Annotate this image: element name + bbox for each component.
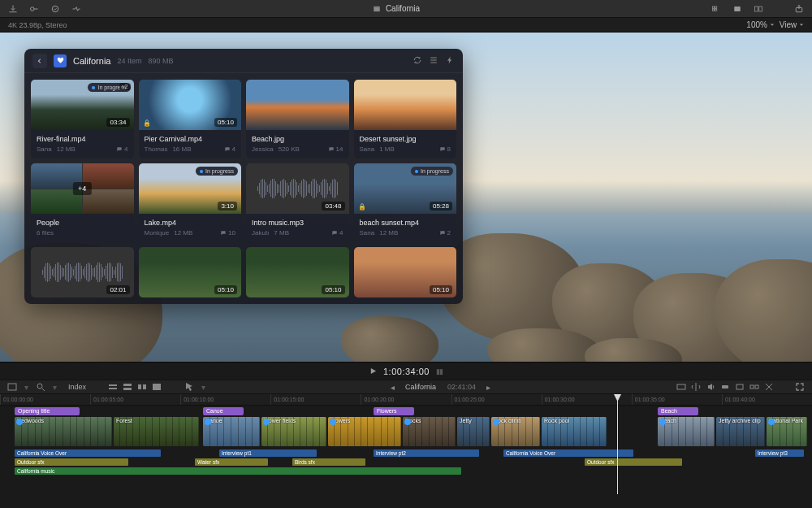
comments-count: 8 [439, 145, 451, 153]
timeline-clip[interactable]: Rock climb [491, 417, 540, 446]
duration-label: 02:01 [106, 285, 129, 294]
timeline-clip[interactable]: Redwoods [15, 417, 112, 446]
svg-rect-17 [123, 388, 132, 390]
timeline-clip[interactable]: Jetty [457, 417, 490, 446]
timeline-clip[interactable]: Flower fields [261, 417, 326, 446]
view-menu[interactable]: View [780, 20, 804, 29]
fullscreen-icon[interactable] [794, 382, 806, 392]
timeline-clip[interactable]: Jetty archive clip [716, 417, 765, 446]
zoom-level[interactable]: 100% [746, 20, 774, 29]
library-card[interactable]: +4People6 files [31, 163, 134, 242]
keyword-icon[interactable] [28, 3, 41, 15]
library-card[interactable]: In progress3:10Lake.mp4Monique12 MB10 [139, 163, 242, 242]
audio-clip[interactable]: Birds sfx [292, 458, 365, 466]
timeline-clip[interactable]: Rock pool [542, 417, 607, 446]
sync-dot-icon [263, 419, 270, 425]
clip-name: Desert sunset.jpg [360, 135, 451, 143]
play-icon[interactable] [369, 367, 377, 375]
duration-label: 03:48 [322, 202, 344, 211]
select-tool-icon[interactable] [184, 382, 195, 392]
library-card[interactable]: 05:10🔒Pier Carnival.mp4Thomas16 MB4 [139, 80, 242, 158]
back-button[interactable] [32, 54, 47, 68]
ruler-tick: 01:00:25:00 [451, 394, 542, 405]
prev-edit-icon[interactable]: ◂ [387, 382, 399, 392]
clip-label: Jetty archive clip [719, 418, 761, 423]
library-card[interactable]: Beach.jpgJessica520 KB14 [246, 80, 349, 158]
clip-thumbnail [354, 80, 457, 130]
refresh-icon[interactable] [412, 55, 422, 67]
timeline-clip[interactable]: National Park [767, 417, 807, 446]
timeline-marker[interactable]: Opening title [15, 407, 80, 415]
audio-clip[interactable]: Interview pt3 [755, 449, 804, 457]
library-card[interactable]: Desert sunset.jpgSana1 MB8 [354, 80, 457, 158]
comments-count: 14 [328, 145, 343, 153]
timeline-marker[interactable]: Flowers [374, 407, 414, 415]
library-card[interactable]: 02:01 [31, 247, 134, 297]
audio-clip[interactable]: Outdoor sfx [585, 458, 682, 466]
snap-icon[interactable] [719, 382, 731, 392]
svg-rect-6 [713, 9, 715, 11]
library-card[interactable]: 05:10 [354, 247, 457, 297]
svg-rect-21 [677, 384, 685, 389]
zoom-slider-icon[interactable] [35, 382, 46, 392]
library-card[interactable]: 05:10 [246, 247, 349, 297]
audio-clip[interactable]: Interview pt2 [374, 449, 479, 457]
library-card[interactable]: In progress05:28🔒beach sunset.mp4Sana12 … [354, 163, 457, 242]
audio-clip[interactable]: Outdoor sfx [15, 458, 128, 466]
tl-layout-2[interactable] [122, 382, 133, 392]
layout-icon-2[interactable] [731, 3, 744, 15]
trim-icon[interactable] [763, 382, 775, 392]
library-card[interactable]: 05:10 [139, 247, 242, 297]
svg-rect-9 [755, 7, 758, 11]
comments-count: 4 [331, 229, 343, 237]
library-card[interactable]: In progressv203:34River-final.mp4Sana12 … [31, 80, 134, 158]
timeline-clip[interactable]: Rocks [403, 417, 456, 446]
share-icon[interactable] [793, 3, 806, 15]
clip-appearance-icon[interactable] [6, 382, 18, 392]
check-icon[interactable] [49, 3, 62, 15]
bolt-icon[interactable] [445, 55, 455, 67]
clip-author: Sana [360, 145, 375, 153]
panel-title: California [73, 56, 110, 66]
timeline[interactable]: Opening titleCanoeFlowersBeach RedwoodsF… [0, 406, 812, 508]
timeline-marker[interactable]: Canoe [203, 407, 244, 415]
svg-rect-12 [8, 384, 16, 390]
layout-icon-1[interactable] [710, 3, 723, 15]
playhead[interactable] [617, 394, 618, 494]
list-view-icon[interactable] [429, 55, 438, 67]
tl-layout-4[interactable] [151, 382, 162, 392]
audio-icon[interactable] [705, 382, 716, 392]
layout-icon-3[interactable] [752, 3, 765, 15]
audio-clip[interactable]: Water sfx [195, 458, 268, 466]
tool-icon-a[interactable] [676, 382, 687, 392]
timeline-clip[interactable]: Canoe [203, 417, 260, 446]
library-card[interactable]: 03:48Intro music.mp3Jakub7 MB4 [246, 163, 349, 242]
tl-layout-3[interactable] [136, 382, 148, 392]
timeline-marker[interactable]: Beach [658, 407, 698, 415]
ruler-tick: 01:00:20:00 [361, 394, 451, 405]
index-button[interactable]: Index [68, 383, 86, 391]
timeline-ruler[interactable]: 01:00:00:0001:00:05:0001:00:10:0001:00:1… [0, 394, 812, 406]
clip-author: 6 files [37, 229, 54, 237]
audio-clip[interactable]: California Voice Over [503, 449, 633, 457]
clip-label: Rock pool [544, 418, 569, 423]
audio-clip[interactable]: California Voice Over [15, 449, 161, 457]
timeline-clip[interactable]: Beach [658, 417, 715, 446]
ruler-tick: 01:00:40:00 [722, 394, 812, 405]
tl-layout-1[interactable] [107, 382, 119, 392]
timeline-clip[interactable]: Forest [114, 417, 199, 446]
audio-clip[interactable]: Interview pt1 [219, 449, 317, 457]
duration-label: 05:28 [430, 202, 452, 211]
clip-thumbnail: 05:10🔒 [139, 80, 242, 130]
audio-clip[interactable]: California music [15, 467, 461, 475]
next-edit-icon[interactable]: ▸ [482, 382, 494, 392]
clip-filesize: 7 MB [274, 229, 289, 237]
skimming-icon[interactable] [734, 382, 745, 392]
tool-icon-b[interactable] [690, 382, 702, 392]
timeline-clip[interactable]: Flowers [328, 417, 401, 446]
import-icon[interactable] [6, 3, 19, 15]
clip-thumbnail: 05:10 [246, 247, 349, 297]
solo-icon[interactable] [749, 382, 760, 392]
ingest-icon[interactable] [70, 3, 83, 15]
status-badge: In progress [196, 167, 238, 176]
